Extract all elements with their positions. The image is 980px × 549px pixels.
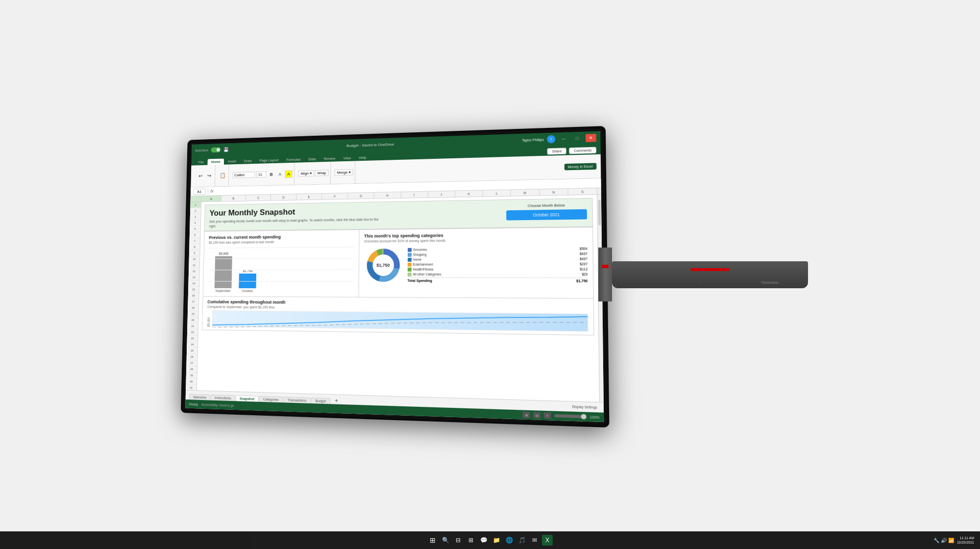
col-d: D (271, 194, 296, 200)
donut-center-label: $1,750 (376, 262, 390, 267)
taskbar-music-btn[interactable]: 🎵 (516, 535, 527, 546)
taskbar-edge-btn[interactable]: 🌐 (504, 535, 514, 546)
col-a: A (201, 196, 221, 201)
tab-file[interactable]: File (195, 159, 207, 165)
paste-btn[interactable]: 📋 (219, 171, 227, 179)
status-ready: Ready (189, 402, 198, 405)
tab-view[interactable]: View (340, 154, 355, 161)
tab-help[interactable]: Help (355, 154, 370, 161)
total-spending-label: Total Spending (408, 278, 432, 282)
share-button[interactable]: Share (547, 148, 566, 154)
taskbar-files-btn[interactable]: 📁 (491, 535, 502, 546)
ribbon-btn-close[interactable]: ✕ (586, 133, 596, 142)
money-sidebar: Money in Excel ─ ✕ Accounts Templates Fo… (185, 408, 255, 422)
accessibility-status: Accessibility: Good to go (201, 402, 234, 407)
tab-page-layout[interactable]: Page Layout (256, 157, 282, 164)
col-j: J (428, 191, 455, 197)
formula-fx-icon: fx (210, 189, 214, 194)
align-btn[interactable]: Align ▾ (298, 170, 314, 176)
donut-chart-title: This month's top spending categories (364, 231, 587, 238)
sheet-tab-transactions[interactable]: Transactions (283, 397, 311, 403)
october-bar-group: $1,750 October (239, 269, 256, 292)
add-sheet-button[interactable]: + (333, 397, 341, 404)
col-b: B (221, 195, 246, 201)
monitor-screen: AutoSave 💾 Budget - Saved to OneDrive Ta… (185, 131, 604, 422)
tab-data[interactable]: Data (305, 155, 319, 162)
taskbar-start-btn[interactable]: ⊞ (427, 535, 438, 546)
title-bar-title: Budget - Saved to OneDrive (346, 142, 394, 148)
sidebar-collapse-btn[interactable]: ─ (243, 412, 246, 418)
view-pagebreak-btn[interactable]: ≡ (544, 412, 551, 419)
col-k: K (455, 190, 483, 197)
taskbar-taskview-btn[interactable]: ⊟ (453, 535, 464, 546)
cumulative-section: Cumulative spending throughout month Com… (202, 296, 593, 334)
october-label: October (242, 289, 253, 292)
alignment-group: Align ▾ Wrap (296, 161, 331, 184)
sheet-tab-budget[interactable]: Budget (311, 397, 330, 403)
tab-insert[interactable]: Insert (224, 158, 240, 164)
col-n: N (539, 189, 568, 195)
tab-formulas[interactable]: Formulas (283, 156, 304, 163)
font-color-btn[interactable]: A (276, 170, 284, 178)
tab-draw[interactable]: Draw (240, 157, 255, 164)
col-c: C (246, 195, 271, 200)
donut-chart-box: This month's top spending categories Gro… (359, 227, 593, 298)
view-layout-btn[interactable]: ⊟ (533, 412, 540, 418)
grid-content: 1 2 3 4 5 6 7 8 9 10 11 (186, 195, 604, 402)
taskbar-search-btn[interactable]: 🔍 (440, 535, 451, 546)
ribbon-btn-minimize[interactable]: ─ (559, 134, 569, 143)
wrap-btn[interactable]: Wrap (315, 170, 329, 176)
col-l: L (483, 190, 511, 196)
september-value: $3,900 (219, 251, 229, 255)
monitor-stand-neck (598, 248, 612, 301)
taskbar-apps-btn[interactable]: ⊞ (466, 535, 476, 546)
date-picker-button[interactable]: October 2021 (506, 209, 587, 220)
font-size-select[interactable] (256, 171, 267, 177)
sidebar-title: Money in Excel (189, 411, 215, 416)
taskbar-excel-btn[interactable]: X (542, 535, 553, 546)
merge-btn[interactable]: Merge ▾ (335, 169, 353, 176)
sidebar-tab-templates[interactable]: Templates (202, 419, 220, 422)
taskbar-clock[interactable]: 11:11 AM 10/20/2021 (957, 536, 974, 545)
zoom-level: 100% (589, 415, 599, 419)
money-in-excel-ribbon-btn[interactable]: Money in Excel (564, 163, 596, 170)
redo-btn[interactable]: ↪ (205, 171, 213, 179)
sheet-tab-welcome[interactable]: Welcome (189, 394, 210, 400)
ribbon-btn-maximize[interactable]: □ (572, 134, 583, 142)
donut-legend: Groceries $504 (408, 247, 588, 282)
cell-reference[interactable]: A1 (193, 188, 205, 195)
sheet-tab-categories[interactable]: Categories (259, 396, 283, 402)
taskbar: ⊞ 🔍 ⊟ ⊞ 💬 📁 🌐 🎵 ✉ X 🔧 🔊 📶 11:11 AM 10/20… (0, 531, 980, 549)
view-normal-btn[interactable]: ⊞ (523, 411, 530, 418)
sidebar-close-btn[interactable]: ✕ (248, 412, 252, 418)
total-spending-value: $1,750 (576, 278, 588, 282)
zoom-slider[interactable] (554, 414, 587, 418)
col-s: S (568, 188, 597, 194)
autosave-toggle[interactable] (211, 147, 221, 152)
tab-home[interactable]: Home (208, 158, 224, 165)
fill-color-btn[interactable]: A (285, 170, 292, 177)
tab-review[interactable]: Review (320, 155, 339, 162)
file-icon: 💾 (223, 147, 229, 152)
font-name-select[interactable] (232, 172, 255, 178)
sheet-tab-instructions[interactable]: Instructions (211, 394, 235, 400)
col-h: H (374, 192, 401, 198)
display-settings-link[interactable]: Display Settings (572, 404, 597, 409)
monitor-stand-base: ThinkVision (612, 261, 808, 288)
sidebar-tab-accounts[interactable]: Accounts (185, 419, 203, 422)
spreadsheet-area: A B C D E F G H I J K L M (185, 188, 604, 422)
bar-chart-subtitle: $2,150 less was spent compared to last m… (209, 239, 354, 244)
comments-button[interactable]: Comments (569, 147, 596, 154)
sidebar-tab-foryou[interactable]: For you (220, 420, 238, 422)
taskbar-chat-btn[interactable]: 💬 (478, 535, 489, 546)
col-e: E (296, 194, 322, 200)
bold-btn[interactable]: B (268, 170, 275, 178)
excel-main: A B C D E F G H I J K L M (185, 188, 604, 422)
undo-btn[interactable]: ↩ (196, 172, 204, 180)
sidebar-tab-settings[interactable]: Settings (238, 420, 255, 422)
october-bar (239, 273, 256, 288)
sheet-subtitle: See your spending trends month over mont… (209, 217, 385, 228)
taskbar-mail-btn[interactable]: ✉ (529, 535, 540, 546)
bar-chart-box: Previous vs. current month spending $2,1… (203, 229, 360, 297)
sheet-tab-snapshot[interactable]: Snapshot (236, 395, 259, 401)
